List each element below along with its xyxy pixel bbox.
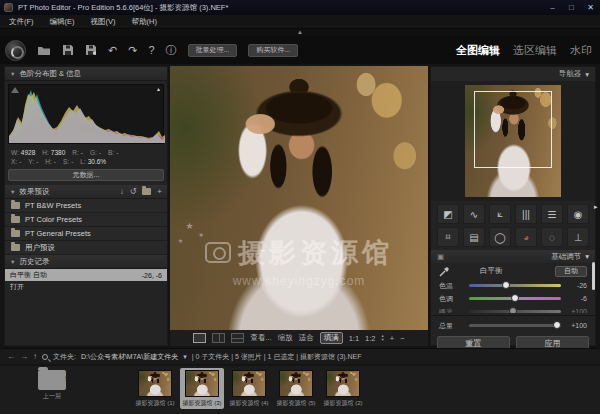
single-view-icon[interactable] (193, 333, 206, 343)
collapse-toolbar-handle[interactable]: ▲ (0, 29, 600, 36)
info-l-value: 30.6% (88, 158, 106, 165)
tint-slider[interactable] (469, 297, 561, 300)
search-icon[interactable] (42, 354, 48, 360)
amount-slider[interactable] (469, 324, 561, 327)
presets-panel-header[interactable]: ▼ 效果预设 ↓ ↺ + (5, 185, 167, 199)
import-preset-icon[interactable]: ↓ (120, 187, 124, 196)
exposure-slider[interactable] (469, 310, 561, 313)
history-item-open[interactable]: 打开 (5, 281, 167, 293)
save-icon[interactable] (62, 44, 74, 56)
fit-mode-button[interactable]: 适合 (299, 333, 314, 343)
info-x-value: - (19, 158, 21, 165)
history-item-white-balance[interactable]: 白平衡 自动 -26, -6 (5, 269, 167, 281)
panel-edge-handle[interactable]: ▸ (594, 203, 598, 211)
menu-view[interactable]: 视图(V) (91, 17, 116, 27)
split-vertical-view-icon[interactable] (212, 333, 225, 343)
basic-adjust-header[interactable]: ▣ 基础调节 ▾ (431, 250, 595, 263)
buy-software-button[interactable]: 购买软件... (248, 44, 298, 57)
thumbnail-item-3[interactable]: 摄影资源馆 (4) (227, 368, 271, 409)
hsl-tool-icon[interactable]: ||| (515, 204, 537, 224)
open-folder-icon[interactable] (37, 45, 51, 56)
temperature-slider-row: 色温 -26 (431, 279, 595, 292)
tint-knob[interactable] (511, 294, 519, 302)
split-horizontal-view-icon[interactable] (231, 333, 244, 343)
temperature-label: 色温 (439, 281, 463, 291)
folder-label: 文件夹: (53, 352, 76, 362)
stepper-down-icon[interactable]: ▾ (382, 338, 384, 342)
amount-label: 总量 (439, 321, 463, 331)
preset-folder-general[interactable]: PT General Presets (5, 227, 167, 241)
minimize-button[interactable]: – (543, 0, 562, 15)
tab-full-edit[interactable]: 全图编辑 (456, 43, 500, 58)
menu-help[interactable]: 帮助(H) (132, 17, 157, 27)
menu-edit[interactable]: 编辑(E) (50, 17, 75, 27)
tab-selection-edit[interactable]: 选区编辑 (513, 43, 557, 58)
save-as-icon[interactable] (85, 44, 97, 56)
help-icon[interactable]: ? (148, 45, 154, 56)
thumbnail-item-2-selected[interactable]: 摄影资源馆 (3) (180, 368, 224, 409)
clone-stamp-tool-icon[interactable]: ⊥ (567, 227, 589, 247)
sync-presets-icon[interactable]: ↺ (130, 187, 137, 196)
adjust-brush-tool-icon[interactable]: ◌ (541, 227, 563, 247)
exposure-knob[interactable] (509, 307, 517, 313)
path-dropdown-icon[interactable]: ▾ (183, 353, 187, 361)
add-preset-icon[interactable]: + (157, 187, 162, 196)
temperature-slider[interactable] (469, 284, 561, 287)
navigator-header[interactable]: 导航器 ▾ (431, 67, 595, 81)
white-balance-label: 白平衡 (480, 266, 503, 276)
info-hue-value: - (54, 158, 56, 165)
panel-scrollbar[interactable] (592, 262, 595, 290)
effects-tool-icon[interactable]: ◉ (567, 204, 589, 224)
preset-folder-color[interactable]: PT Color Presets (5, 213, 167, 227)
back-icon[interactable]: ← (7, 352, 15, 361)
forward-icon[interactable]: → (20, 352, 28, 361)
maximize-button[interactable]: □ (562, 0, 581, 15)
histogram-panel-header[interactable]: ▼ 色阶分布图 & 信息 (5, 67, 167, 81)
folder-up-item[interactable]: ↑ 上一层 (30, 370, 74, 401)
red-eye-tool-icon[interactable]: ◕ (515, 227, 537, 247)
zoom-out-button[interactable]: − (400, 334, 404, 343)
close-button[interactable]: ✕ (581, 0, 600, 15)
batch-process-button[interactable]: 批量处理... (188, 44, 238, 57)
thumbnail-caption: 摄影资源馆 (2) (323, 399, 363, 408)
transform-tool-icon[interactable]: ⟀ (489, 204, 511, 224)
zoom-mode-button[interactable]: 缩放 (278, 333, 293, 343)
info-icon[interactable]: ⓘ (166, 45, 177, 56)
thumbnail-item-5[interactable]: 摄影资源馆 (2) (321, 368, 365, 409)
tone-tool-icon[interactable]: ◩ (437, 204, 459, 224)
thumbnail-item-4[interactable]: 摄影资源馆 (5) (274, 368, 318, 409)
star-icon: ★ (178, 237, 183, 244)
preset-folder-user[interactable]: 用户预设 (5, 241, 167, 255)
zoom-ratio-stepper[interactable]: ▴ ▾ (382, 334, 384, 342)
zoom-in-button[interactable]: + (390, 334, 394, 343)
curves-tool-icon[interactable]: ∿ (463, 204, 485, 224)
amount-knob[interactable] (553, 321, 561, 329)
eyedropper-icon[interactable] (439, 266, 450, 277)
up-icon[interactable]: ↑ (33, 352, 37, 361)
radial-filter-tool-icon[interactable]: ◯ (489, 227, 511, 247)
temperature-knob[interactable] (502, 281, 510, 289)
info-g-value: - (99, 149, 101, 156)
menu-file[interactable]: 文件(F) (9, 17, 34, 27)
actual-size-button[interactable]: 1:1 (349, 334, 359, 343)
navigator-thumbnail[interactable] (465, 85, 561, 197)
preset-folder-bw[interactable]: PT B&W Presets (5, 199, 167, 213)
tab-watermark[interactable]: 水印 (570, 43, 592, 58)
wb-auto-button[interactable]: 自动 (555, 266, 587, 277)
new-preset-folder-icon[interactable] (142, 188, 151, 195)
zoom-ratio-value[interactable]: 1:2 (365, 334, 375, 343)
fill-mode-button[interactable]: 填满 (320, 332, 343, 344)
view-menu-button[interactable]: 查看... (250, 333, 271, 343)
star-icon: ★ (198, 231, 203, 238)
main-image-canvas[interactable]: ★ ★ ★ 摄影资源馆 www.sheyingzyg.com (170, 66, 428, 330)
crop-tool-icon[interactable]: ⌗ (437, 227, 459, 247)
thumbnail-item-1[interactable]: 摄影资源馆 (1) (133, 368, 177, 409)
undo-icon[interactable]: ↶ (108, 45, 117, 56)
folder-path[interactable]: D:\公众号素材\M7A\新建文件夹 (81, 352, 178, 362)
redo-icon[interactable]: ↷ (128, 45, 137, 56)
metadata-button[interactable]: 元数据... (8, 169, 164, 181)
split-tone-tool-icon[interactable]: ☰ (541, 204, 563, 224)
navigator-crop-rect[interactable] (474, 91, 553, 168)
gradient-filter-tool-icon[interactable]: ▤ (463, 227, 485, 247)
history-panel-header[interactable]: ▼ 历史记录 (5, 255, 167, 269)
